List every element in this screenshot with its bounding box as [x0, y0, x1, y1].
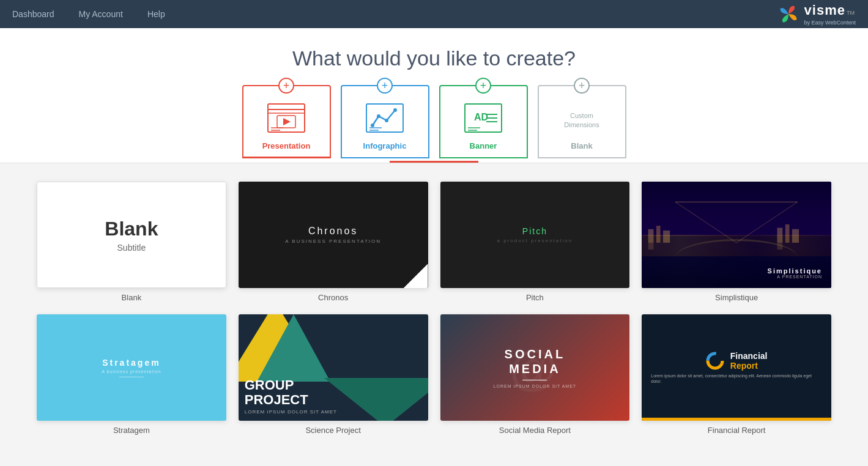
stratagem-sub: A business presentation	[102, 369, 161, 374]
template-thumb-science: GROUPPROJECT LOREM IPSUM DOLOR SIT AMET	[239, 314, 428, 421]
svg-rect-25	[648, 229, 654, 243]
template-item-stratagem[interactable]: Stratagem A business presentation Strata…	[37, 314, 226, 435]
content-area: Blank Subtitle Blank Chronos A BUSINESS …	[0, 163, 868, 465]
simplistique-sub: A PRESENTATION	[768, 275, 822, 279]
banner-icon: AD	[459, 100, 508, 136]
template-name-science-project: Science Project	[305, 426, 360, 435]
financial-bottom-bar	[642, 418, 831, 421]
tab-presentation[interactable]: + Presentation	[242, 85, 331, 158]
svg-rect-26	[656, 226, 661, 243]
tab-banner[interactable]: + AD Banner	[439, 85, 528, 158]
nav-my-account[interactable]: My Account	[79, 9, 123, 19]
template-thumb-pitch: Pitch a product presentation	[440, 182, 630, 288]
template-thumb-financial: Financial Report Lorem ipsum dolor sit a…	[642, 314, 831, 421]
template-thumb-blank: Blank Subtitle	[37, 182, 226, 288]
svg-rect-29	[785, 224, 790, 243]
tab-label-banner: Banner	[470, 141, 497, 150]
template-item-simplistique[interactable]: Simplistique A PRESENTATION Simplistique	[642, 182, 831, 302]
stratagem-line	[119, 377, 144, 377]
template-item-financial-report[interactable]: Financial Report Lorem ipsum dolor sit a…	[642, 314, 831, 435]
template-name-simplistique: Simplistique	[715, 293, 758, 302]
template-thumb-stratagem: Stratagem A business presentation	[37, 314, 226, 421]
tab-infographic[interactable]: + Infographic	[341, 85, 429, 158]
science-project-sub: LOREM IPSUM DOLOR SIT AMET	[245, 409, 337, 415]
tab-plus-blank: +	[574, 78, 590, 94]
svg-point-10	[393, 108, 397, 112]
tab-label-blank: Blank	[571, 141, 592, 150]
tab-plus-banner: +	[475, 78, 491, 94]
page-header: What would you like to create? + Present…	[0, 28, 868, 163]
template-thumb-social-media: @ SOCIALMEDIA LOREM IPSUM DOLOR SIT AMET	[440, 314, 630, 421]
template-item-blank[interactable]: Blank Subtitle Blank	[37, 182, 226, 302]
svg-rect-27	[663, 231, 670, 243]
blank-title-text: Blank	[105, 218, 158, 240]
infographic-icon	[360, 100, 409, 136]
svg-point-8	[377, 114, 380, 118]
template-item-pitch[interactable]: Pitch a product presentation Pitch	[440, 182, 630, 302]
visme-logo-text: visme	[804, 2, 845, 18]
science-project-title: GROUPPROJECT	[245, 378, 337, 407]
nav-logo: visme TM by Easy WebContent	[777, 2, 856, 26]
template-name-financial-report: Financial Report	[708, 426, 766, 435]
svg-rect-28	[777, 227, 783, 242]
nav-dashboard[interactable]: Dashboard	[12, 9, 54, 19]
social-media-sub: LOREM IPSUM DOLOR SIT AMET	[494, 384, 577, 388]
svg-point-9	[385, 119, 388, 122]
tab-label-presentation: Presentation	[262, 141, 311, 150]
template-name-social-media: Social Media Report	[499, 426, 571, 435]
financial-sub: Lorem ipsum dolor sit amet, consectetur …	[651, 373, 822, 385]
template-name-blank: Blank	[122, 293, 142, 302]
visme-logo-tm: TM	[847, 10, 855, 16]
bridge-caption: Simplistique A PRESENTATION	[768, 267, 822, 279]
template-thumb-simplistique: Simplistique A PRESENTATION	[642, 182, 831, 288]
active-tab-bar	[390, 161, 478, 163]
create-tabs: + Presentation +	[12, 85, 856, 158]
custom-dimensions-label: Custom Dimensions	[557, 111, 606, 130]
svg-rect-32	[777, 243, 783, 250]
science-tri2	[257, 314, 330, 382]
visme-pinwheel-icon	[777, 3, 799, 25]
svg-point-7	[371, 124, 374, 127]
tab-blank[interactable]: + Custom Dimensions Blank	[538, 85, 626, 158]
tab-label-infographic: Infographic	[363, 141, 407, 150]
financial-donut-icon	[706, 352, 724, 370]
svg-rect-30	[792, 229, 799, 243]
financial-title: Financial	[730, 351, 768, 361]
blank-subtitle-text: Subtitle	[117, 243, 146, 253]
template-name-chronos: Chronos	[318, 293, 348, 302]
science-tri3	[324, 378, 428, 421]
template-thumb-chronos: Chronos A BUSINESS PRESENTATION	[239, 182, 428, 288]
svg-rect-21	[642, 182, 831, 236]
pitch-title: Pitch	[522, 226, 547, 236]
pitch-sub: a product presentation	[497, 238, 573, 243]
svg-rect-20	[642, 236, 831, 288]
svg-point-35	[711, 357, 719, 365]
presentation-icon	[262, 100, 311, 136]
blank-icon: Custom Dimensions	[557, 100, 606, 136]
stratagem-title: Stratagem	[102, 358, 160, 368]
science-text: GROUPPROJECT LOREM IPSUM DOLOR SIT AMET	[245, 378, 337, 415]
visme-logo-sub: by Easy WebContent	[804, 20, 856, 26]
svg-rect-31	[648, 243, 654, 250]
template-grid-row2: Stratagem A business presentation Strata…	[37, 314, 831, 435]
page-title: What would you like to create?	[12, 46, 856, 70]
tab-plus-infographic: +	[377, 78, 393, 94]
social-media-title: SOCIALMEDIA	[505, 347, 566, 376]
nav-help[interactable]: Help	[147, 9, 165, 19]
template-name-stratagem: Stratagem	[113, 426, 150, 435]
simplistique-title: Simplistique	[768, 267, 822, 275]
chronos-title: Chronos	[308, 226, 358, 237]
navigation: Dashboard My Account Help visme TM by Ea…	[0, 0, 868, 28]
template-grid-row1: Blank Subtitle Blank Chronos A BUSINESS …	[37, 182, 831, 302]
chronos-sub: A BUSINESS PRESENTATION	[285, 239, 381, 244]
financial-title-block: Financial Report	[730, 351, 768, 371]
template-name-pitch: Pitch	[526, 293, 544, 302]
financial-logo-row: Financial Report	[706, 351, 768, 371]
svg-text:AD: AD	[474, 112, 488, 122]
chronos-corner	[404, 264, 428, 288]
financial-highlight: Report	[730, 361, 768, 371]
template-item-science-project[interactable]: GROUPPROJECT LOREM IPSUM DOLOR SIT AMET …	[239, 314, 428, 435]
template-item-social-media[interactable]: @ SOCIALMEDIA LOREM IPSUM DOLOR SIT AMET…	[440, 314, 630, 435]
template-item-chronos[interactable]: Chronos A BUSINESS PRESENTATION Chronos	[239, 182, 428, 302]
tab-plus-presentation: +	[278, 78, 294, 94]
